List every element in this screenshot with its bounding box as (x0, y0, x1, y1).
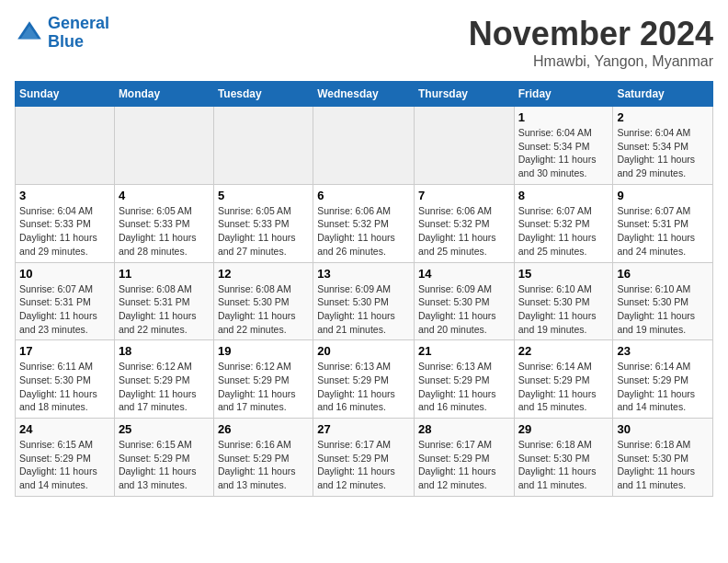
day-detail: Sunrise: 6:14 AMSunset: 5:29 PMDaylight:… (617, 360, 709, 414)
day-detail: Sunrise: 6:04 AMSunset: 5:34 PMDaylight:… (617, 126, 709, 180)
day-detail: Sunrise: 6:05 AMSunset: 5:33 PMDaylight:… (119, 204, 210, 259)
day-number: 13 (317, 267, 410, 281)
page-subtitle: Hmawbi, Yangon, Myanmar (469, 53, 713, 70)
day-detail: Sunrise: 6:18 AMSunset: 5:30 PMDaylight:… (617, 438, 709, 492)
day-detail: Sunrise: 6:12 AMSunset: 5:29 PMDaylight:… (119, 360, 210, 414)
day-detail: Sunrise: 6:17 AMSunset: 5:29 PMDaylight:… (317, 438, 410, 492)
header-cell-friday: Friday (514, 82, 613, 107)
logo-line2: Blue (48, 32, 84, 51)
calendar-cell: 11Sunrise: 6:08 AMSunset: 5:31 PMDayligh… (114, 262, 213, 340)
day-number: 28 (418, 422, 510, 436)
calendar-week-row: 17Sunrise: 6:11 AMSunset: 5:30 PMDayligh… (16, 340, 713, 419)
day-number: 29 (518, 422, 609, 436)
calendar-header-row: SundayMondayTuesdayWednesdayThursdayFrid… (16, 82, 713, 107)
logo: General Blue (15, 15, 109, 52)
day-number: 25 (119, 422, 210, 436)
day-number: 7 (418, 189, 510, 202)
calendar-cell: 21Sunrise: 6:13 AMSunset: 5:29 PMDayligh… (414, 340, 514, 419)
calendar-cell: 27Sunrise: 6:17 AMSunset: 5:29 PMDayligh… (313, 419, 415, 497)
day-number: 20 (317, 344, 410, 358)
calendar-cell: 25Sunrise: 6:15 AMSunset: 5:29 PMDayligh… (114, 419, 213, 497)
day-number: 14 (418, 267, 510, 281)
day-detail: Sunrise: 6:08 AMSunset: 5:30 PMDaylight:… (218, 282, 309, 337)
day-number: 24 (19, 422, 110, 436)
calendar-cell: 28Sunrise: 6:17 AMSunset: 5:29 PMDayligh… (414, 419, 514, 497)
day-number: 21 (418, 344, 510, 358)
day-number: 2 (617, 110, 709, 124)
calendar-cell (213, 107, 313, 185)
day-detail: Sunrise: 6:14 AMSunset: 5:29 PMDaylight:… (518, 360, 609, 414)
day-detail: Sunrise: 6:18 AMSunset: 5:30 PMDaylight:… (518, 438, 609, 492)
day-number: 5 (218, 189, 309, 202)
day-number: 8 (518, 189, 609, 202)
day-detail: Sunrise: 6:10 AMSunset: 5:30 PMDaylight:… (617, 282, 709, 337)
day-detail: Sunrise: 6:16 AMSunset: 5:29 PMDaylight:… (218, 438, 309, 492)
calendar-week-row: 10Sunrise: 6:07 AMSunset: 5:31 PMDayligh… (16, 262, 713, 340)
day-detail: Sunrise: 6:06 AMSunset: 5:32 PMDaylight:… (418, 204, 510, 259)
day-number: 19 (218, 344, 309, 358)
calendar-cell: 3Sunrise: 6:04 AMSunset: 5:33 PMDaylight… (16, 184, 115, 262)
calendar-week-row: 3Sunrise: 6:04 AMSunset: 5:33 PMDaylight… (16, 184, 713, 262)
calendar-cell: 19Sunrise: 6:12 AMSunset: 5:29 PMDayligh… (213, 340, 313, 419)
calendar-cell: 10Sunrise: 6:07 AMSunset: 5:31 PMDayligh… (16, 262, 115, 340)
calendar-week-row: 24Sunrise: 6:15 AMSunset: 5:29 PMDayligh… (16, 419, 713, 497)
day-number: 30 (617, 422, 709, 436)
day-detail: Sunrise: 6:04 AMSunset: 5:33 PMDaylight:… (19, 204, 110, 259)
calendar-cell: 8Sunrise: 6:07 AMSunset: 5:32 PMDaylight… (514, 184, 613, 262)
calendar-table: SundayMondayTuesdayWednesdayThursdayFrid… (15, 81, 713, 497)
calendar-cell: 16Sunrise: 6:10 AMSunset: 5:30 PMDayligh… (613, 262, 713, 340)
day-number: 18 (119, 344, 210, 358)
header: General Blue November 2024 Hmawbi, Yango… (15, 15, 713, 70)
calendar-cell: 12Sunrise: 6:08 AMSunset: 5:30 PMDayligh… (213, 262, 313, 340)
day-detail: Sunrise: 6:12 AMSunset: 5:29 PMDaylight:… (218, 360, 309, 414)
calendar-cell: 29Sunrise: 6:18 AMSunset: 5:30 PMDayligh… (514, 419, 613, 497)
day-number: 12 (218, 267, 309, 281)
day-detail: Sunrise: 6:10 AMSunset: 5:30 PMDaylight:… (518, 282, 609, 337)
day-number: 23 (617, 344, 709, 358)
calendar-cell (313, 107, 415, 185)
calendar-cell (414, 107, 514, 185)
day-number: 6 (317, 189, 410, 202)
calendar-cell: 24Sunrise: 6:15 AMSunset: 5:29 PMDayligh… (16, 419, 115, 497)
day-number: 11 (119, 267, 210, 281)
day-detail: Sunrise: 6:17 AMSunset: 5:29 PMDaylight:… (418, 438, 510, 492)
day-detail: Sunrise: 6:15 AMSunset: 5:29 PMDaylight:… (119, 438, 210, 492)
calendar-cell: 15Sunrise: 6:10 AMSunset: 5:30 PMDayligh… (514, 262, 613, 340)
header-cell-saturday: Saturday (613, 82, 713, 107)
day-number: 3 (19, 189, 110, 202)
day-detail: Sunrise: 6:07 AMSunset: 5:31 PMDaylight:… (19, 282, 110, 337)
day-detail: Sunrise: 6:11 AMSunset: 5:30 PMDaylight:… (19, 360, 110, 414)
day-number: 16 (617, 267, 709, 281)
header-cell-thursday: Thursday (414, 82, 514, 107)
day-detail: Sunrise: 6:07 AMSunset: 5:32 PMDaylight:… (518, 204, 609, 259)
day-number: 9 (617, 189, 709, 202)
day-detail: Sunrise: 6:04 AMSunset: 5:34 PMDaylight:… (518, 126, 609, 180)
day-detail: Sunrise: 6:06 AMSunset: 5:32 PMDaylight:… (317, 204, 410, 259)
day-detail: Sunrise: 6:05 AMSunset: 5:33 PMDaylight:… (218, 204, 309, 259)
day-detail: Sunrise: 6:13 AMSunset: 5:29 PMDaylight:… (317, 360, 410, 414)
day-detail: Sunrise: 6:08 AMSunset: 5:31 PMDaylight:… (119, 282, 210, 337)
header-cell-sunday: Sunday (16, 82, 115, 107)
header-cell-monday: Monday (114, 82, 213, 107)
day-number: 4 (119, 189, 210, 202)
page-title: November 2024 (469, 15, 713, 53)
day-number: 22 (518, 344, 609, 358)
calendar-cell (114, 107, 213, 185)
day-number: 26 (218, 422, 309, 436)
day-detail: Sunrise: 6:13 AMSunset: 5:29 PMDaylight:… (418, 360, 510, 414)
day-number: 27 (317, 422, 410, 436)
calendar-cell: 23Sunrise: 6:14 AMSunset: 5:29 PMDayligh… (613, 340, 713, 419)
calendar-cell: 9Sunrise: 6:07 AMSunset: 5:31 PMDaylight… (613, 184, 713, 262)
logo-text: General Blue (48, 15, 109, 52)
logo-icon (15, 18, 44, 48)
day-detail: Sunrise: 6:15 AMSunset: 5:29 PMDaylight:… (19, 438, 110, 492)
calendar-cell: 13Sunrise: 6:09 AMSunset: 5:30 PMDayligh… (313, 262, 415, 340)
calendar-cell: 6Sunrise: 6:06 AMSunset: 5:32 PMDaylight… (313, 184, 415, 262)
day-number: 10 (19, 267, 110, 281)
day-number: 1 (518, 110, 609, 124)
calendar-cell: 7Sunrise: 6:06 AMSunset: 5:32 PMDaylight… (414, 184, 514, 262)
day-detail: Sunrise: 6:09 AMSunset: 5:30 PMDaylight:… (418, 282, 510, 337)
calendar-cell: 1Sunrise: 6:04 AMSunset: 5:34 PMDaylight… (514, 107, 613, 185)
day-number: 17 (19, 344, 110, 358)
calendar-cell: 26Sunrise: 6:16 AMSunset: 5:29 PMDayligh… (213, 419, 313, 497)
